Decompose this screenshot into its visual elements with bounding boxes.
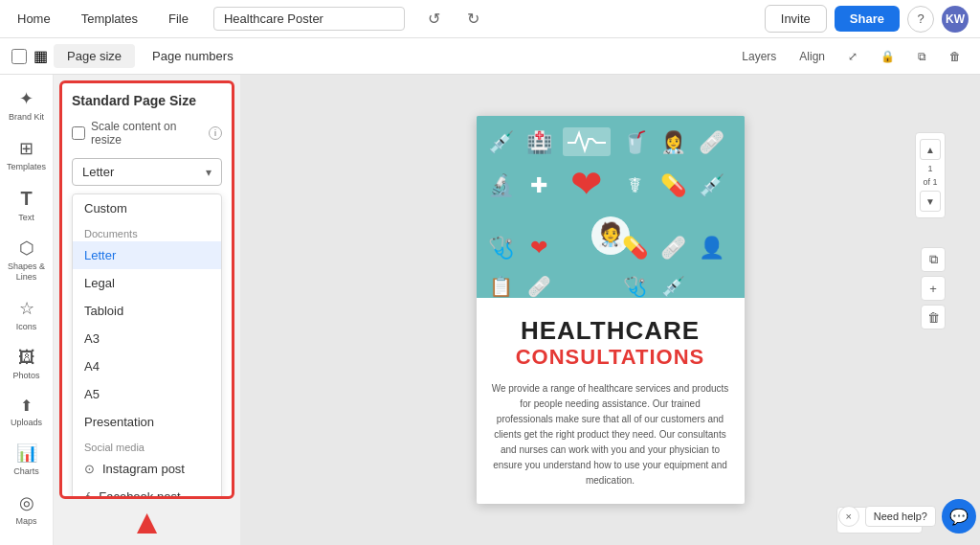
page-down-button[interactable]: ▼ xyxy=(920,191,941,212)
svg-text:👤: 👤 xyxy=(698,235,724,261)
dropdown-item-a4[interactable]: A4 xyxy=(73,352,221,380)
icons-icon: ☆ xyxy=(19,298,34,319)
resize-icon-btn[interactable]: ⤢ xyxy=(840,46,865,67)
svg-text:🏥: 🏥 xyxy=(525,129,552,155)
svg-text:🔬: 🔬 xyxy=(487,172,514,198)
canvas-area[interactable]: 💉 🏥 🥤 👩‍⚕️ 🩹 🔬 ✚ ❤ ☤ 💊 💉 xyxy=(240,75,980,545)
main-area: ✦ Brand Kit ⊞ Templates T Text ⬡ Shapes … xyxy=(0,75,980,545)
nav-file[interactable]: File xyxy=(163,8,194,30)
svg-text:🩺: 🩺 xyxy=(487,235,514,261)
sidebar-item-maps[interactable]: ◎ Maps xyxy=(3,487,51,533)
page-nav-panel: ▲ 1 of 1 ▼ xyxy=(915,132,946,218)
a3-label: A3 xyxy=(84,331,100,346)
panel-title: Standard Page Size xyxy=(72,93,222,108)
svg-text:🩹: 🩹 xyxy=(526,275,550,298)
sidebar-uploads-label: Uploads xyxy=(11,418,42,428)
help-chat-button[interactable]: 💬 xyxy=(942,499,976,534)
poster-card: 💉 🏥 🥤 👩‍⚕️ 🩹 🔬 ✚ ❤ ☤ 💊 💉 xyxy=(477,116,745,504)
sidebar-item-uploads[interactable]: ⬆ Uploads xyxy=(3,391,51,434)
help-close-button[interactable]: × xyxy=(838,506,859,527)
svg-text:❤: ❤ xyxy=(570,163,603,205)
presentation-label: Presentation xyxy=(84,415,154,429)
a4-label: A4 xyxy=(84,359,100,374)
sidebar-item-shapes-lines[interactable]: ⬡ Shapes & Lines xyxy=(3,232,51,288)
dropdown-item-custom[interactable]: Custom xyxy=(73,194,221,222)
svg-text:❤: ❤ xyxy=(530,236,547,260)
instagram-label: Instagram post xyxy=(102,462,185,476)
right-float-tools: ⧉ + 🗑 xyxy=(921,247,946,329)
dropdown-item-letter[interactable]: Letter xyxy=(73,241,221,269)
layers-button[interactable]: Layers xyxy=(734,46,784,67)
text-icon: T xyxy=(20,188,32,210)
dropdown-section-documents: Documents xyxy=(73,222,221,241)
sidebar-brand-kit-label: Brand Kit xyxy=(9,112,44,123)
brand-kit-icon: ✦ xyxy=(19,88,33,109)
charts-icon: 📊 xyxy=(16,443,37,464)
panel-container: Standard Page Size Scale content on resi… xyxy=(54,75,240,545)
page-numbers-button[interactable]: Page numbers xyxy=(139,44,247,68)
sidebar-photos-label: Photos xyxy=(12,371,39,381)
page-up-button[interactable]: ▲ xyxy=(920,139,941,160)
sidebar-text-label: Text xyxy=(18,213,34,223)
trash-float-btn[interactable]: 🗑 xyxy=(921,305,946,329)
sidebar-item-text[interactable]: T Text xyxy=(3,182,51,229)
dropdown-item-a5[interactable]: A5 xyxy=(73,380,221,408)
page-select-checkbox[interactable] xyxy=(11,49,27,64)
page-size-button[interactable]: Page size xyxy=(54,44,135,68)
help-text: Need help? xyxy=(865,506,936,527)
dropdown-item-tabloid[interactable]: Tabloid xyxy=(73,297,221,325)
delete-icon-btn[interactable]: 🗑 xyxy=(942,46,969,67)
svg-text:💉: 💉 xyxy=(660,275,684,298)
svg-text:🩹: 🩹 xyxy=(659,235,686,261)
align-button[interactable]: Align xyxy=(791,46,833,67)
help-widget: × Need help? 💬 xyxy=(838,499,976,534)
undo-button[interactable]: ↺ xyxy=(424,6,444,32)
sidebar-item-icons[interactable]: ☆ Icons xyxy=(3,292,51,338)
instagram-icon: ⊙ xyxy=(84,462,95,476)
sidebar-item-qr-code[interactable]: ▦ QR Code xyxy=(3,536,51,545)
copy-icon-btn[interactable]: ⧉ xyxy=(910,46,934,67)
dropdown-item-legal[interactable]: Legal xyxy=(73,269,221,297)
letter-label: Letter xyxy=(84,248,116,262)
dropdown-item-presentation[interactable]: Presentation xyxy=(73,408,221,436)
svg-text:🩹: 🩹 xyxy=(698,129,724,155)
info-icon[interactable]: i xyxy=(209,126,222,140)
dropdown-list: Custom Documents Letter Legal Tabloid A3… xyxy=(72,193,222,499)
sidebar-item-charts[interactable]: 📊 Charts xyxy=(3,437,51,483)
title-input[interactable] xyxy=(213,7,405,31)
help-icon-button[interactable]: ? xyxy=(907,6,934,33)
dropdown-item-facebook[interactable]: ƒ Facebook post xyxy=(73,483,221,499)
svg-text:🩺: 🩺 xyxy=(622,275,646,298)
redo-button[interactable]: ↻ xyxy=(463,6,483,32)
svg-text:💉: 💉 xyxy=(487,129,514,155)
left-sidebar: ✦ Brand Kit ⊞ Templates T Text ⬡ Shapes … xyxy=(0,75,54,545)
sidebar-icons-label: Icons xyxy=(16,322,37,332)
red-arrow-icon: ▲ xyxy=(130,505,165,539)
nav-home[interactable]: Home xyxy=(11,8,56,30)
sidebar-item-templates[interactable]: ⊞ Templates xyxy=(3,132,51,178)
poster-title-line2: CONSULTATIONS xyxy=(492,345,729,370)
sidebar-item-brand-kit[interactable]: ✦ Brand Kit xyxy=(3,82,51,128)
select-box[interactable]: Letter ▾ xyxy=(72,158,222,186)
copy-float-btn[interactable]: ⧉ xyxy=(921,247,946,272)
avatar[interactable]: KW xyxy=(942,6,969,33)
scale-checkbox[interactable] xyxy=(72,126,85,140)
a5-label: A5 xyxy=(84,387,100,401)
second-toolbar: ▦ Page size Page numbers Layers Align ⤢ … xyxy=(0,38,980,75)
tabloid-label: Tabloid xyxy=(84,304,123,318)
top-bar: Home Templates File ↺ ↻ Invite Share ? K… xyxy=(0,0,980,38)
legal-label: Legal xyxy=(84,276,115,290)
templates-icon: ⊞ xyxy=(19,138,33,159)
share-button[interactable]: Share xyxy=(835,6,900,32)
page-current: 1 xyxy=(927,164,932,173)
poster-title-line1: HEALTHCARE xyxy=(492,317,729,345)
nav-templates[interactable]: Templates xyxy=(76,8,144,30)
invite-button[interactable]: Invite xyxy=(765,5,827,33)
dropdown-item-a3[interactable]: A3 xyxy=(73,325,221,352)
sidebar-templates-label: Templates xyxy=(7,162,46,172)
sidebar-shapes-label: Shapes & Lines xyxy=(7,261,47,283)
sidebar-item-photos[interactable]: 🖼 Photos xyxy=(3,342,51,387)
plus-float-btn[interactable]: + xyxy=(921,276,946,301)
dropdown-item-instagram[interactable]: ⊙ Instagram post xyxy=(73,455,221,483)
lock-icon-btn[interactable]: 🔒 xyxy=(873,46,902,67)
